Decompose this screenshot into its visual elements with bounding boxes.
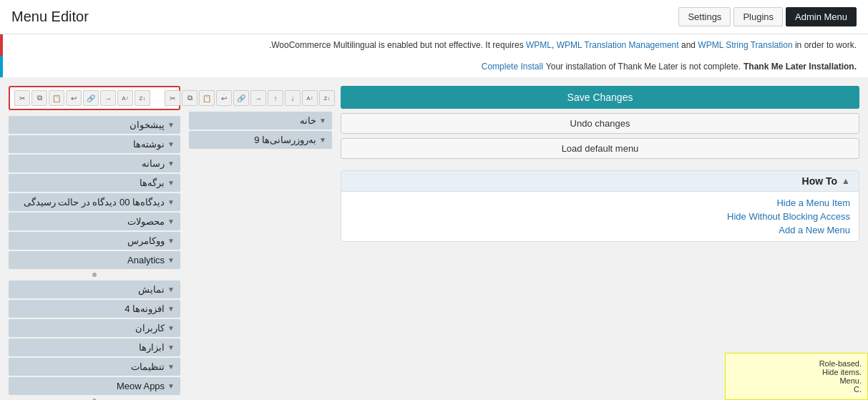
menu-item-label: Analytics [127, 255, 165, 265]
thank-me-notice: Complete Install Your installation of Th… [0, 56, 868, 77]
menu-item-label: دیدگاه‌ها 00 دیدگاه در حالت رسیدگی [24, 197, 165, 208]
left-panel: ✂ ⧉ 📋 ↩ 🔗 → A↑ Z↓ ✂ ⧉ 📋 ↩ 🔗 → [9, 86, 180, 387]
top-bar: Menu Editor Settings Plugins Admin Menu [0, 0, 868, 34]
page-title: Menu Editor [11, 9, 89, 25]
admin-menu-button[interactable]: Admin Menu [786, 7, 857, 26]
notice2-bold: Thank Me Later Installation. [743, 62, 857, 72]
wpml-tm-link[interactable]: WPML Translation Management [557, 40, 679, 50]
yellow-line-3: .Menu [731, 376, 862, 385]
main-content: ✂ ⧉ 📋 ↩ 🔗 → A↑ Z↓ ✂ ⧉ 📋 ↩ 🔗 → [0, 77, 868, 396]
tb-cut-right[interactable]: ✂ [165, 90, 180, 106]
chevron-down-icon: ▼ [167, 237, 175, 245]
menu-item-media[interactable]: رسانه ▼ [9, 155, 180, 172]
menu-item-comments[interactable]: دیدگاه‌ها 00 دیدگاه در حالت رسیدگی ▼ [9, 193, 180, 211]
separator-2 [9, 396, 180, 400]
menu-item-label: محصولات [127, 216, 165, 227]
tb-za-left[interactable]: Z↓ [135, 90, 150, 106]
menu-item-analytics[interactable]: Analytics ▼ [9, 251, 180, 269]
menu-item-users[interactable]: کاربران ▼ [9, 319, 180, 337]
menu-item-products[interactable]: محصولات ▼ [9, 213, 180, 230]
chevron-down-icon: ▼ [167, 256, 175, 264]
howto-link-hide-item[interactable]: Hide a Menu Item [350, 197, 850, 208]
left-toolbar-group: ✂ ⧉ 📋 ↩ 🔗 → A↑ Z↓ [14, 90, 150, 106]
chevron-down-icon: ▼ [167, 140, 175, 148]
right-panel: Save Changes Undo changes Load default m… [341, 86, 859, 387]
load-default-menu-button[interactable]: Load default menu [341, 138, 859, 159]
tb-copy-left[interactable]: ⧉ [31, 90, 47, 106]
menu-item-posts[interactable]: نوشته‌ها ▼ [9, 135, 180, 153]
yellow-line-1: .Role-based [731, 359, 862, 368]
top-bar-buttons: Settings Plugins Admin Menu [678, 7, 857, 26]
chevron-down-icon: ▼ [319, 117, 326, 125]
menu-item-meow-apps[interactable]: Meow Apps ▼ [9, 377, 180, 395]
howto-toggle-icon: ▲ [842, 176, 850, 186]
center-item-label: به‌روزرسانی‌ها 9 [254, 135, 316, 145]
chevron-down-icon: ▼ [167, 324, 175, 332]
menu-item-label: تنظیمات [131, 361, 165, 372]
tb-link-left[interactable]: 🔗 [83, 90, 99, 106]
complete-install-link[interactable]: Complete Install [482, 62, 543, 72]
section-label: پیشخوان [130, 119, 165, 130]
woocommerce-notice: .WooCommerce Multilingual is enabled but… [0, 34, 868, 56]
section-arrow: ▼ [167, 121, 175, 129]
howto-title: How To [802, 175, 838, 187]
menu-item-label: نمایش [138, 284, 165, 295]
menu-item-label: Meow Apps [117, 381, 165, 391]
howto-links: Hide a Menu Item Hide Without Blocking A… [341, 192, 859, 241]
howto-box: How To ▲ Hide a Menu Item Hide Without B… [341, 170, 859, 242]
chevron-down-icon: ▼ [167, 363, 175, 371]
menu-item-label: کاربران [135, 323, 165, 333]
wpml-link[interactable]: WPML [526, 40, 552, 50]
notice2-text: Your installation of Thank Me Later is n… [546, 62, 741, 72]
tb-paste-left[interactable]: 📋 [49, 90, 64, 106]
chevron-down-icon: ▼ [167, 179, 175, 187]
yellow-box: .Role-based .Hide items .Menu .C [725, 353, 868, 400]
center-item-updates[interactable]: به‌روزرسانی‌ها 9 ▼ [189, 131, 332, 149]
howto-header[interactable]: How To ▲ [341, 171, 859, 192]
tb-right-left[interactable]: → [100, 90, 116, 106]
chevron-down-icon: ▼ [167, 305, 175, 313]
menu-item-label: نوشته‌ها [133, 139, 165, 150]
tb-cut-left[interactable]: ✂ [14, 90, 30, 106]
chevron-down-icon: ▼ [167, 382, 175, 390]
menu-item-label: افزونه‌ها 4 [125, 303, 165, 314]
chevron-down-icon: ▼ [167, 343, 175, 351]
menu-item-tools[interactable]: ابزارها ▼ [9, 338, 180, 356]
menu-section-header[interactable]: پیشخوان ▼ [9, 116, 180, 134]
center-item-label: خانه [300, 115, 316, 126]
yellow-line-4: .C [731, 385, 862, 394]
wpml-string-link[interactable]: WPML String Translation [698, 40, 792, 50]
save-changes-button[interactable]: Save Changes [341, 86, 859, 109]
menu-item-settings[interactable]: تنظیمات ▼ [9, 358, 180, 376]
howto-link-hide-blocking[interactable]: Hide Without Blocking Access [350, 211, 850, 222]
left-menu-list: پیشخوان ▼ نوشته‌ها ▼ رسانه ▼ برگه‌ها ▼ د… [9, 116, 180, 400]
tb-az-left[interactable]: A↑ [117, 90, 133, 106]
tb-undo-left[interactable]: ↩ [66, 90, 82, 106]
separator-1 [9, 270, 180, 279]
undo-changes-button[interactable]: Undo changes [341, 113, 859, 134]
menu-item-appearance[interactable]: نمایش ▼ [9, 281, 180, 298]
menu-item-pages[interactable]: برگه‌ها ▼ [9, 174, 180, 192]
center-panel: خانه ▼ به‌روزرسانی‌ها 9 ▼ [189, 86, 332, 387]
center-item-home[interactable]: خانه ▼ [189, 112, 332, 130]
menu-item-label: رسانه [142, 158, 165, 169]
separator-dot [92, 273, 97, 277]
chevron-down-icon: ▼ [167, 160, 175, 167]
plugins-button[interactable]: Plugins [733, 7, 783, 26]
howto-link-add-menu[interactable]: Add a New Menu [350, 225, 850, 235]
notice-and: and [681, 40, 698, 50]
menu-item-label: ابزارها [139, 342, 165, 353]
settings-button[interactable]: Settings [678, 7, 731, 26]
menu-item-plugins[interactable]: افزونه‌ها 4 ▼ [9, 300, 180, 318]
menu-item-woocommerce[interactable]: ووکامرس ▼ [9, 232, 180, 250]
action-buttons: Save Changes Undo changes Load default m… [341, 86, 859, 159]
chevron-down-icon: ▼ [167, 198, 175, 206]
chevron-down-icon: ▼ [319, 136, 326, 144]
menu-item-label: ووکامرس [127, 235, 165, 246]
menu-item-label: برگه‌ها [140, 177, 165, 188]
toolbars-row: ✂ ⧉ 📋 ↩ 🔗 → A↑ Z↓ ✂ ⧉ 📋 ↩ 🔗 → [9, 86, 180, 110]
chevron-down-icon: ▼ [167, 286, 175, 293]
page-wrapper: Menu Editor Settings Plugins Admin Menu … [0, 0, 868, 400]
yellow-line-2: .Hide items [731, 368, 862, 376]
chevron-down-icon: ▼ [167, 218, 175, 225]
